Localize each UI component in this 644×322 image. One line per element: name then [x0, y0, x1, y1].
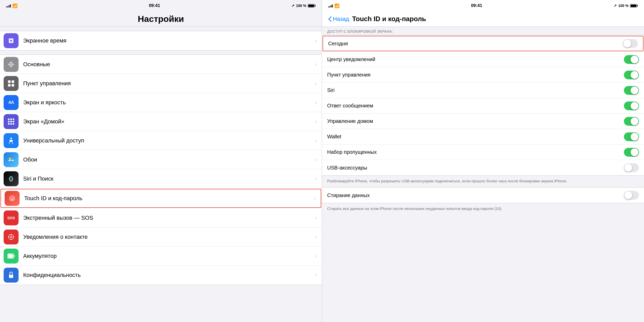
right-signal: 📶 — [328, 3, 340, 8]
siri2-toggle-knob — [631, 87, 638, 94]
svg-rect-18 — [13, 121, 14, 122]
general-chevron: › — [315, 61, 317, 68]
right-wifi-icon: 📶 — [334, 3, 340, 8]
right-row-controlcenter2[interactable]: Пункт управления — [322, 67, 644, 83]
r-bar4 — [332, 4, 333, 7]
controlcenter2-toggle[interactable] — [624, 71, 639, 79]
svg-rect-19 — [8, 123, 10, 125]
svg-rect-20 — [10, 123, 12, 125]
right-row-home[interactable]: Управление домом — [322, 114, 644, 129]
settings-row-privacy[interactable]: Конфиденциальность › — [0, 266, 322, 285]
notifications-toggle-knob — [631, 56, 638, 63]
settings-row-contact[interactable]: Уведомления о контакте › — [0, 227, 322, 247]
missed-label: Набор пропущенных — [327, 149, 624, 155]
svg-rect-2 — [10, 40, 12, 41]
general-label: Основные — [23, 61, 313, 68]
r-bar3 — [331, 5, 332, 7]
settings-row-sos[interactable]: SOS Экстренный вызов — SOS › — [0, 208, 322, 227]
settings-row-battery[interactable]: Аккумулятор › — [0, 247, 322, 266]
right-row-today[interactable]: Сегодня — [323, 36, 643, 51]
sos-chevron: › — [315, 215, 317, 221]
right-row-erase[interactable]: Стирание данных — [322, 188, 644, 203]
svg-point-31 — [11, 239, 12, 240]
homescreen-label: Экран «Домой» — [23, 118, 313, 125]
right-settings-list: ДОСТУП С БЛОКИРОВКОЙ ЭКРАНА: Сегодня Цен… — [322, 27, 644, 322]
section-label: ДОСТУП С БЛОКИРОВКОЙ ЭКРАНА: — [322, 27, 644, 35]
settings-row-siri[interactable]: Siri и Поиск › — [0, 169, 322, 188]
svg-rect-13 — [8, 118, 10, 120]
reply-toggle[interactable] — [624, 101, 639, 110]
left-signal: 📶 — [6, 3, 18, 8]
right-battery-percent: 100 % — [618, 4, 629, 8]
wallpaper-label: Обои — [23, 156, 313, 163]
siri-label: Siri и Поиск — [23, 175, 313, 182]
siri2-toggle[interactable] — [624, 86, 639, 95]
back-button[interactable]: Назад — [328, 16, 349, 22]
notifications-toggle[interactable] — [624, 55, 639, 64]
svg-point-29 — [11, 236, 12, 237]
right-time: 09:41 — [471, 3, 482, 8]
svg-rect-17 — [10, 121, 12, 122]
wallet-toggle[interactable] — [624, 132, 639, 141]
home-toggle[interactable] — [624, 117, 639, 126]
usb-toggle[interactable] — [624, 163, 639, 172]
right-row-usb[interactable]: USB-аксессуары — [322, 160, 644, 175]
right-panel: 📶 09:41 ↗ 100 % Назад Touch ID и код-пар… — [322, 0, 644, 322]
svg-point-30 — [11, 234, 12, 235]
today-toggle[interactable] — [623, 39, 638, 48]
right-section-lockscreen: Сегодня Центр уведомлений Пункт управлен… — [322, 35, 644, 176]
controlcenter-chevron: › — [315, 80, 317, 87]
reply-toggle-knob — [631, 102, 638, 110]
battery-label: Аккумулятор — [23, 253, 313, 259]
right-row-wallet[interactable]: Wallet — [322, 129, 644, 145]
settings-row-general[interactable]: Основные › — [0, 55, 322, 74]
wallet-toggle-knob — [631, 133, 638, 141]
settings-row-screentime[interactable]: Экранное время › — [0, 31, 322, 50]
right-row-siri2[interactable]: Siri — [322, 83, 644, 98]
sos-label: Экстренный вызов — SOS — [23, 215, 313, 221]
contact-icon — [4, 230, 19, 244]
back-label: Назад — [333, 16, 349, 22]
missed-toggle-knob — [631, 148, 638, 156]
right-row-notifications[interactable]: Центр уведомлений — [322, 52, 644, 67]
settings-row-accessibility[interactable]: Универсальный доступ › — [0, 131, 322, 150]
svg-point-32 — [8, 236, 9, 238]
erase-note: Стирать все данные на этом iPhone после … — [322, 203, 644, 215]
left-battery: ↗ 100 % — [291, 4, 316, 8]
svg-point-25 — [11, 178, 12, 179]
svg-rect-10 — [12, 80, 14, 83]
settings-row-display[interactable]: AA Экран и яркость › — [0, 93, 322, 112]
battery-settings-icon — [4, 249, 19, 264]
accessibility-chevron: › — [315, 137, 317, 144]
touchid-chevron: › — [314, 195, 316, 202]
contact-label: Уведомления о контакте — [23, 234, 313, 240]
reply-label: Ответ сообщением — [327, 103, 624, 109]
today-toggle-knob — [623, 40, 631, 47]
sos-icon: SOS — [4, 210, 19, 225]
settings-row-wallpaper[interactable]: Обои › — [0, 150, 322, 169]
svg-point-33 — [13, 236, 14, 238]
right-nav-header: Назад Touch ID и код-пароль — [322, 11, 644, 27]
settings-row-controlcenter[interactable]: Пункт управления › — [0, 74, 322, 93]
display-label: Экран и яркость — [23, 99, 313, 106]
siri-icon — [4, 171, 19, 186]
privacy-chevron: › — [315, 272, 317, 278]
svg-rect-21 — [13, 123, 14, 125]
right-row-reply[interactable]: Ответ сообщением — [322, 98, 644, 114]
battery-chevron: › — [315, 253, 317, 259]
usb-label: USB-аксессуары — [327, 165, 624, 171]
svg-rect-15 — [13, 118, 14, 120]
right-row-missed[interactable]: Набор пропущенных — [322, 145, 644, 160]
battery-percent: 100 % — [296, 4, 306, 8]
home-toggle-knob — [631, 117, 638, 125]
bar3 — [9, 5, 10, 7]
settings-row-touchid[interactable]: Touch ID и код-пароль › — [1, 189, 321, 208]
missed-toggle[interactable] — [624, 148, 639, 157]
erase-toggle[interactable] — [624, 191, 639, 200]
settings-section-2: Основные › Пункт управления › AA Экран и… — [0, 55, 322, 285]
settings-row-homescreen[interactable]: Экран «Домой» › — [0, 112, 322, 131]
signal-bars-icon — [6, 4, 11, 7]
erase-toggle-knob — [624, 191, 632, 199]
homescreen-icon — [4, 114, 19, 129]
controlcenter2-toggle-knob — [631, 71, 638, 79]
